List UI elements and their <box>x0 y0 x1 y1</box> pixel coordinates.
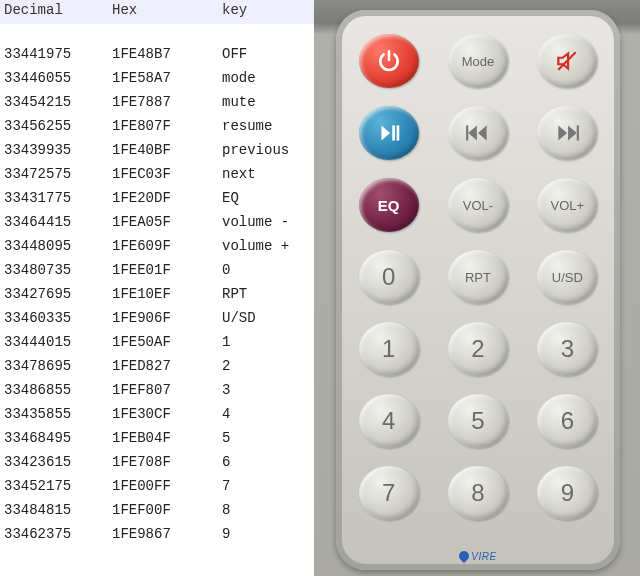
cell-decimal: 33462375 <box>0 522 112 546</box>
play-pause-icon <box>376 120 402 146</box>
cell-key: OFF <box>222 42 314 66</box>
table-row: 334603351FE906FU/SD <box>0 306 314 330</box>
cell-key: resume <box>222 114 314 138</box>
cell-key: volume - <box>222 210 314 234</box>
mode-button[interactable]: Mode <box>448 34 508 88</box>
svg-rect-2 <box>396 125 399 140</box>
usd-button[interactable]: U/SD <box>537 250 597 304</box>
digit-3-button[interactable]: 3 <box>537 322 597 376</box>
cell-hex: 1FED827 <box>112 354 222 378</box>
cell-decimal: 33427695 <box>0 282 112 306</box>
cell-decimal: 33472575 <box>0 162 112 186</box>
cell-hex: 1FE9867 <box>112 522 222 546</box>
next-icon <box>554 120 580 146</box>
cell-key: 7 <box>222 474 314 498</box>
cell-decimal: 33484815 <box>0 498 112 522</box>
table-row: 334644151FEA05Fvolume - <box>0 210 314 234</box>
table-row: 334480951FE609Fvolume + <box>0 234 314 258</box>
cell-decimal: 33423615 <box>0 450 112 474</box>
remote-body: Mode EQ VOL- VOL+ 0 RPT U/SD 1 2 <box>336 10 620 570</box>
table-row: 334276951FE10EFRPT <box>0 282 314 306</box>
digit-6-button[interactable]: 6 <box>537 394 597 448</box>
table-row: 334848151FEF00F8 <box>0 498 314 522</box>
digit-8-button[interactable]: 8 <box>448 466 508 520</box>
digit-0-button[interactable]: 0 <box>359 250 419 304</box>
table-header: Decimal Hex key <box>0 0 314 24</box>
cell-hex: 1FE30CF <box>112 402 222 426</box>
cell-key: RPT <box>222 282 314 306</box>
vol-up-button[interactable]: VOL+ <box>537 178 597 232</box>
cell-hex: 1FE7887 <box>112 90 222 114</box>
cell-decimal: 33454215 <box>0 90 112 114</box>
svg-rect-4 <box>577 125 579 140</box>
cell-key: 2 <box>222 354 314 378</box>
play-pause-button[interactable] <box>359 106 419 160</box>
cell-decimal: 33478695 <box>0 354 112 378</box>
table-row: 334419751FE48B7OFF <box>0 42 314 66</box>
cell-hex: 1FEC03F <box>112 162 222 186</box>
cell-decimal: 33452175 <box>0 474 112 498</box>
cell-hex: 1FE20DF <box>112 186 222 210</box>
cell-decimal: 33444015 <box>0 330 112 354</box>
table-row: 334807351FEE01F0 <box>0 258 314 282</box>
mute-button[interactable] <box>537 34 597 88</box>
cell-hex: 1FE906F <box>112 306 222 330</box>
ir-codes-table: Decimal Hex key 334419751FE48B7OFF334460… <box>0 0 314 576</box>
cell-key: next <box>222 162 314 186</box>
cell-decimal: 33464415 <box>0 210 112 234</box>
cell-hex: 1FEB04F <box>112 426 222 450</box>
table-row: 334460551FE58A7mode <box>0 66 314 90</box>
digit-7-button[interactable]: 7 <box>359 466 419 520</box>
cell-key: 6 <box>222 450 314 474</box>
digit-4-button[interactable]: 4 <box>359 394 419 448</box>
cell-key: 5 <box>222 426 314 450</box>
cell-key: EQ <box>222 186 314 210</box>
power-icon <box>376 48 402 74</box>
cell-decimal: 33460335 <box>0 306 112 330</box>
rpt-button[interactable]: RPT <box>448 250 508 304</box>
brand-label: VIRE <box>336 551 620 562</box>
table-row: 334868551FEF8073 <box>0 378 314 402</box>
table-row: 334786951FED8272 <box>0 354 314 378</box>
cell-hex: 1FE708F <box>112 450 222 474</box>
cell-decimal: 33441975 <box>0 42 112 66</box>
cell-key: 3 <box>222 378 314 402</box>
digit-5-button[interactable]: 5 <box>448 394 508 448</box>
cell-key: U/SD <box>222 306 314 330</box>
cell-hex: 1FEF807 <box>112 378 222 402</box>
cell-hex: 1FEE01F <box>112 258 222 282</box>
cell-hex: 1FE48B7 <box>112 42 222 66</box>
digit-1-button[interactable]: 1 <box>359 322 419 376</box>
header-hex: Hex <box>112 2 222 18</box>
cell-key: volume + <box>222 234 314 258</box>
table-row: 334317751FE20DFEQ <box>0 186 314 210</box>
previous-button[interactable] <box>448 106 508 160</box>
cell-decimal: 33446055 <box>0 66 112 90</box>
cell-hex: 1FEF00F <box>112 498 222 522</box>
header-key: key <box>222 2 314 18</box>
next-button[interactable] <box>537 106 597 160</box>
cell-decimal: 33435855 <box>0 402 112 426</box>
cell-decimal: 33439935 <box>0 138 112 162</box>
mute-icon <box>554 48 580 74</box>
power-button[interactable] <box>359 34 419 88</box>
remote-photo: Mode EQ VOL- VOL+ 0 RPT U/SD 1 2 <box>314 0 640 576</box>
table-row: 334521751FE00FF7 <box>0 474 314 498</box>
cell-key: previous <box>222 138 314 162</box>
cell-hex: 1FE58A7 <box>112 66 222 90</box>
cell-hex: 1FE10EF <box>112 282 222 306</box>
cell-key: mode <box>222 66 314 90</box>
vol-down-button[interactable]: VOL- <box>448 178 508 232</box>
table-row: 334236151FE708F6 <box>0 450 314 474</box>
cell-decimal: 33431775 <box>0 186 112 210</box>
svg-rect-3 <box>466 125 468 140</box>
cell-key: 8 <box>222 498 314 522</box>
cell-key: 4 <box>222 402 314 426</box>
cell-key: 9 <box>222 522 314 546</box>
digit-9-button[interactable]: 9 <box>537 466 597 520</box>
digit-2-button[interactable]: 2 <box>448 322 508 376</box>
table-row: 334399351FE40BFprevious <box>0 138 314 162</box>
table-row: 334684951FEB04F5 <box>0 426 314 450</box>
cell-key: 1 <box>222 330 314 354</box>
eq-button[interactable]: EQ <box>359 178 419 232</box>
